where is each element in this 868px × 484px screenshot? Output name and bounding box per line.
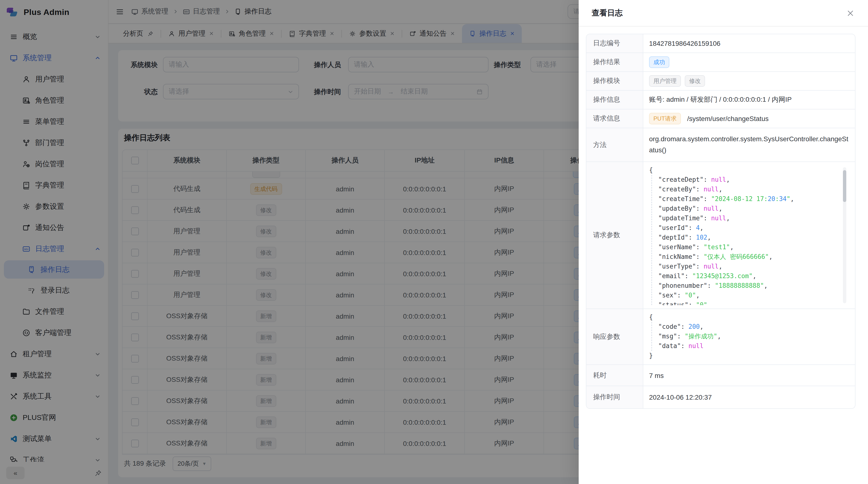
drawer-close-icon[interactable] (847, 9, 854, 17)
response-params-json: {"code": 200,"msg": "操作成功","data": null} (649, 312, 849, 361)
duration-value: 7 ms (643, 365, 855, 386)
field-label: 请求参数 (586, 162, 643, 309)
module-action-tag: 修改 (685, 75, 705, 87)
module-tag: 用户管理 (649, 75, 681, 87)
field-label: 日志编号 (586, 34, 643, 53)
view-log-drawer: 查看日志 日志编号 1842781986426159106 操作结果 成功 操作… (579, 0, 868, 484)
log-id-value: 1842781986426159106 (643, 34, 855, 53)
http-method-tag: PUT请求 (649, 113, 681, 124)
field-label: 请求信息 (586, 109, 643, 128)
request-params-json: {"createDept": null,"createBy": null,"cr… (649, 165, 847, 305)
request-url: /system/user/changeStatus (687, 115, 769, 123)
field-label: 响应参数 (586, 309, 643, 364)
field-label: 操作时间 (586, 386, 643, 408)
result-tag: 成功 (649, 56, 669, 68)
operation-info-value: 账号: admin / 研发部门 / 0:0:0:0:0:0:0:1 / 内网I… (643, 91, 855, 109)
log-detail-table: 日志编号 1842781986426159106 操作结果 成功 操作模块 用户… (586, 34, 856, 409)
field-label: 操作信息 (586, 91, 643, 109)
method-value: org.dromara.system.controller.system.Sys… (649, 132, 849, 156)
field-label: 操作模块 (586, 72, 643, 90)
field-label: 方法 (586, 128, 643, 161)
field-label: 操作结果 (586, 53, 643, 71)
scrollbar-thumb[interactable] (843, 170, 846, 202)
drawer-title: 查看日志 (592, 8, 623, 18)
drawer-header: 查看日志 (579, 0, 868, 27)
operation-time-value: 2024-10-06 12:20:37 (643, 386, 855, 408)
screen: Plus Admin 概览 系统管理 用户管理 角色管理 (0, 0, 868, 484)
field-label: 耗时 (586, 365, 643, 386)
